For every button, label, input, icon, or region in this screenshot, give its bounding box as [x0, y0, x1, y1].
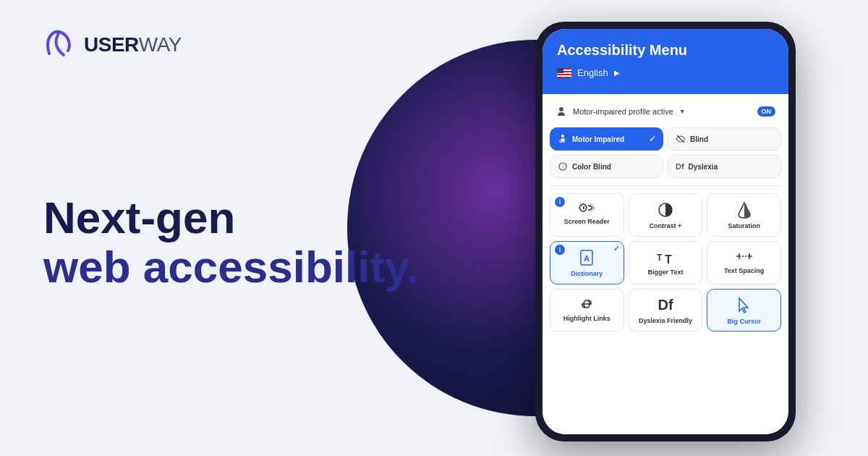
tool-card-big-cursor[interactable]: Big Cursor: [707, 289, 781, 332]
tool-card-dyslexia[interactable]: Df Dyslexia Friendly: [629, 289, 703, 332]
svg-text:A: A: [584, 254, 590, 263]
svg-point-6: [561, 135, 564, 138]
divider-1: [550, 185, 781, 186]
saturation-label: Saturation: [728, 222, 760, 230]
motor-impaired-label: Motor Impaired: [572, 135, 624, 143]
language-row[interactable]: English ▶: [557, 67, 774, 78]
svg-text:T: T: [665, 253, 672, 265]
blind-label: Blind: [690, 135, 708, 143]
big-cursor-label: Big Cursor: [727, 318, 761, 326]
dyslexia-df-icon: Df: [676, 162, 684, 171]
svg-point-5: [559, 107, 563, 111]
bigger-text-icon: T T: [656, 249, 675, 265]
saturation-icon: [737, 201, 752, 219]
headline-line1: Next-gen: [43, 193, 448, 242]
screen-reader-label: Screen Reader: [564, 218, 610, 226]
dyslexia-friendly-icon: Df: [658, 297, 673, 313]
contrast-icon: [657, 201, 674, 219]
headline: Next-gen web accessibility.: [43, 193, 448, 292]
profile-card-blind[interactable]: Blind: [668, 127, 781, 151]
toggle-on[interactable]: ON: [757, 106, 776, 117]
svg-rect-3: [557, 75, 571, 77]
flag-icon: [557, 68, 571, 78]
phone-screen: Accessibility Menu English ▶: [542, 29, 788, 434]
left-content: Next-gen web accessibility.: [43, 0, 448, 456]
screen-reader-info-dot: i: [555, 197, 565, 207]
headline-line2: web accessibility.: [43, 242, 448, 292]
text-spacing-label: Text Spacing: [724, 267, 764, 275]
dictionary-icon: A: [579, 249, 595, 266]
accessibility-menu-title: Accessibility Menu: [557, 42, 774, 59]
tool-card-highlight-links[interactable]: Highlight Links: [550, 289, 624, 332]
accessibility-menu-header: Accessibility Menu English ▶: [542, 29, 788, 94]
tool-card-screen-reader[interactable]: i Screen Reader: [550, 193, 624, 237]
tool-card-saturation[interactable]: Saturation: [707, 193, 781, 237]
color-blind-label: Color Blind: [572, 163, 611, 171]
profile-card-color-blind[interactable]: Color Blind: [550, 155, 663, 178]
tools-grid: i Screen Reader: [550, 193, 781, 332]
svg-rect-9: [583, 206, 584, 209]
dictionary-check: ✓: [613, 245, 619, 253]
language-label: English: [577, 67, 608, 78]
color-blind-icon: [558, 161, 568, 172]
profile-card-motor-impaired[interactable]: Motor Impaired ✓: [550, 127, 663, 151]
dictionary-label: Dictionary: [571, 270, 603, 278]
highlight-links-icon: [578, 297, 595, 311]
dyslexia-label: Dyslexia: [689, 163, 718, 171]
tool-card-bigger-text[interactable]: T T Bigger Text: [629, 241, 703, 284]
contrast-label: Contrast +: [650, 222, 682, 230]
dyslexia-friendly-label: Dyslexia Friendly: [639, 317, 692, 325]
svg-rect-4: [557, 68, 563, 73]
dictionary-info-dot: i: [555, 245, 565, 255]
highlight-links-label: Highlight Links: [563, 315, 610, 323]
profile-active-row[interactable]: Motor-impaired profile active ▼ ON: [550, 101, 781, 122]
phone-container: Accessibility Menu English ▶: [535, 22, 810, 434]
phone-frame: Accessibility Menu English ▶: [535, 22, 796, 442]
blind-icon: [676, 134, 686, 144]
language-arrow: ▶: [614, 69, 620, 77]
bigger-text-label: Bigger Text: [648, 269, 684, 276]
tool-card-text-spacing[interactable]: Text Spacing: [707, 241, 781, 284]
profiles-grid: Motor Impaired ✓ Blind: [550, 127, 781, 178]
motor-impaired-check: ✓: [649, 135, 655, 144]
tool-card-contrast[interactable]: Contrast +: [629, 193, 703, 237]
motor-impaired-icon: [558, 134, 568, 144]
svg-text:T: T: [657, 253, 663, 263]
profile-card-dyslexia[interactable]: Df Dyslexia: [668, 155, 781, 178]
screen-reader-icon: [578, 201, 595, 214]
profile-active-left: Motor-impaired profile active ▼: [556, 106, 686, 117]
big-cursor-icon: [736, 297, 752, 314]
menu-body: Motor-impaired profile active ▼ ON: [542, 94, 788, 434]
text-spacing-icon: [735, 249, 754, 263]
profile-dropdown-arrow: ▼: [679, 108, 686, 115]
profile-icon-motor: [556, 106, 567, 117]
tool-card-dictionary[interactable]: i ✓ A Dictionary: [550, 241, 624, 284]
profile-active-label: Motor-impaired profile active: [573, 107, 673, 116]
